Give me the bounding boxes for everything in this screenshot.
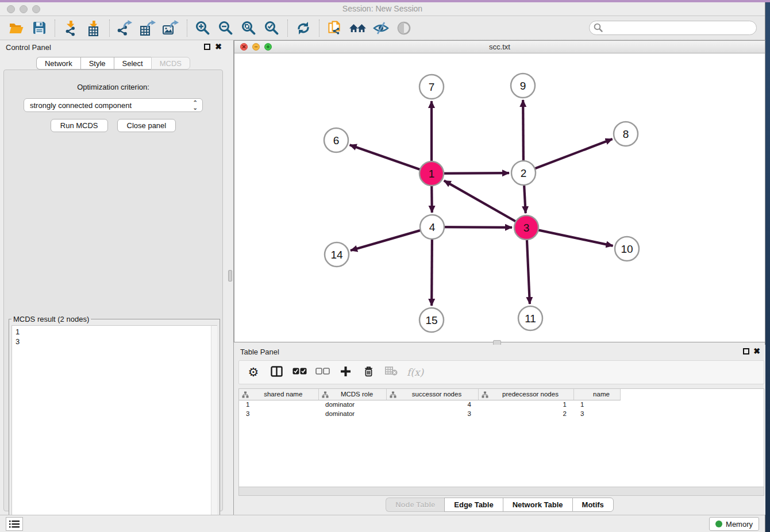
- export-table-button[interactable]: [137, 18, 160, 38]
- eye-slash-icon: [373, 21, 389, 35]
- tab-motifs[interactable]: Motifs: [572, 498, 614, 512]
- tab-edge-table[interactable]: Edge Table: [444, 498, 502, 512]
- table-cell[interactable]: dominator: [318, 400, 386, 409]
- criterion-select[interactable]: strongly connected component ⌃⌄: [24, 98, 203, 112]
- search-input[interactable]: [589, 21, 757, 35]
- table-cell[interactable]: dominator: [318, 409, 386, 418]
- graph-edge-2-8[interactable]: [526, 139, 613, 172]
- trash-icon: [364, 366, 374, 377]
- delete-table-button[interactable]: [384, 367, 399, 378]
- zoom-fit-button[interactable]: [237, 18, 260, 38]
- table-row[interactable]: 3dominator323: [239, 409, 637, 418]
- export-network-button[interactable]: [114, 18, 137, 38]
- graph-edge-3-10[interactable]: [529, 228, 613, 246]
- control-panel-title: Control Panel: [6, 43, 51, 52]
- zoom-in-button[interactable]: [191, 18, 214, 38]
- deselect-all-button[interactable]: [315, 367, 330, 377]
- tab-mcds[interactable]: MCDS: [151, 57, 190, 70]
- add-column-button[interactable]: [338, 366, 353, 379]
- graph-edge-1-6[interactable]: [350, 145, 430, 172]
- criterion-value: strongly connected component: [30, 101, 132, 110]
- zoom-out-button[interactable]: [214, 18, 237, 38]
- table-panel-title: Table Panel: [240, 348, 279, 356]
- window-title: Session: New Session: [0, 4, 765, 13]
- memory-button[interactable]: Memory: [709, 517, 759, 531]
- run-mcds-button[interactable]: Run MCDS: [51, 119, 108, 132]
- export-image-button[interactable]: [160, 18, 183, 38]
- select-all-button[interactable]: [292, 367, 307, 377]
- close-panel-icon[interactable]: ✖: [215, 43, 222, 51]
- float-panel-icon[interactable]: [204, 44, 210, 50]
- table-column-header[interactable]: shared name: [239, 389, 318, 400]
- hide-selected-button[interactable]: [369, 18, 392, 38]
- table-cell[interactable]: 1: [478, 400, 573, 409]
- function-builder-button[interactable]: f(x): [407, 367, 422, 378]
- table-cell[interactable]: 4: [386, 400, 478, 409]
- home-icon: [349, 22, 367, 34]
- graph-edge-1-2[interactable]: [434, 173, 509, 174]
- splitter-grip[interactable]: [228, 270, 232, 282]
- table-float-icon[interactable]: [743, 348, 749, 354]
- graph-node-label: 15: [425, 314, 437, 326]
- save-session-button[interactable]: [28, 18, 51, 38]
- tab-network[interactable]: Network: [36, 57, 80, 70]
- table-cell[interactable]: 2: [478, 409, 573, 418]
- table-column-header[interactable]: MCDS role: [318, 389, 386, 400]
- column-header-shared-name: shared name: [264, 391, 302, 398]
- table-cell[interactable]: 3: [573, 409, 620, 418]
- table-cell[interactable]: 3: [386, 409, 478, 418]
- table-row[interactable]: 1dominator411: [239, 400, 637, 409]
- tab-select[interactable]: Select: [114, 57, 151, 70]
- home-button[interactable]: [346, 18, 369, 38]
- tab-style[interactable]: Style: [80, 57, 114, 70]
- import-table-button[interactable]: [82, 18, 105, 38]
- column-layout-icon: [271, 366, 283, 377]
- duplicate-network-button[interactable]: [324, 18, 346, 38]
- graph-edge-4-14[interactable]: [351, 228, 430, 250]
- import-network-button[interactable]: [59, 18, 82, 38]
- graph-edge-3-11[interactable]: [526, 230, 530, 304]
- zoom-out-icon: [218, 21, 233, 36]
- control-panel-tabs: NetworkStyleSelectMCDS: [0, 57, 226, 70]
- graph-edge-2-9[interactable]: [523, 100, 523, 171]
- toolbar-separator: [319, 20, 319, 37]
- graph-node-label: 9: [520, 80, 526, 92]
- network-canvas[interactable]: 1234678910111415: [234, 53, 765, 342]
- export-image-icon: [163, 20, 180, 36]
- table-column-header[interactable]: predecessor nodes: [478, 389, 573, 400]
- gear-icon: ⚙: [248, 365, 259, 379]
- task-history-button[interactable]: [6, 517, 23, 531]
- deselect-all-icon: [315, 368, 330, 375]
- export-table-icon: [140, 20, 157, 36]
- close-panel-button[interactable]: Close panel: [117, 119, 176, 132]
- show-selected-button[interactable]: [392, 18, 415, 38]
- tab-node-table[interactable]: Node Table: [386, 498, 444, 512]
- tab-network-table[interactable]: Network Table: [503, 498, 572, 512]
- mcds-result-title: MCDS result (2 nodes): [11, 315, 91, 323]
- table-hscrollbar[interactable]: [238, 487, 764, 496]
- graph-edge-4-15[interactable]: [432, 229, 432, 306]
- column-layout-button[interactable]: [269, 366, 284, 379]
- mcds-result-list[interactable]: 13: [11, 325, 217, 523]
- toolbar-separator: [55, 20, 55, 37]
- table-close-icon[interactable]: ✖: [753, 348, 760, 355]
- toolbar-separator: [187, 20, 187, 37]
- table-cell[interactable]: 3: [239, 409, 318, 418]
- refresh-icon: [296, 21, 311, 35]
- table-tabs: Node TableEdge TableNetwork TableMotifs: [234, 498, 765, 512]
- open-session-button[interactable]: [5, 18, 28, 38]
- table-cell[interactable]: 1: [573, 400, 620, 409]
- delete-column-button[interactable]: [361, 366, 376, 379]
- zoom-selected-button[interactable]: [260, 18, 283, 38]
- table-column-header[interactable]: name: [573, 389, 620, 400]
- graph-edge-3-1[interactable]: [444, 180, 525, 226]
- zoom-selected-icon: [264, 21, 279, 36]
- refresh-button[interactable]: [292, 18, 315, 38]
- mcds-result-scrollbar[interactable]: [211, 325, 217, 523]
- vertical-splitter[interactable]: [226, 40, 234, 515]
- table-settings-button[interactable]: ⚙: [246, 365, 261, 379]
- fx-icon: f(x): [407, 367, 424, 378]
- table-column-header[interactable]: successor nodes: [386, 389, 478, 400]
- table-cell[interactable]: 1: [239, 400, 318, 409]
- graph-edge-4-3[interactable]: [434, 227, 512, 228]
